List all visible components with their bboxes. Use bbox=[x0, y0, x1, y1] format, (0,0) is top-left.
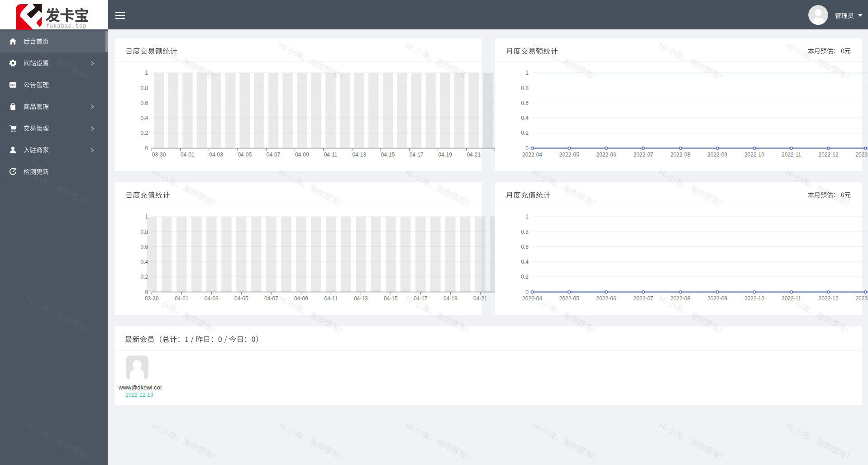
svg-text:2022-04: 2022-04 bbox=[522, 295, 542, 302]
svg-text:0.8: 0.8 bbox=[521, 85, 529, 91]
svg-text:0.2: 0.2 bbox=[521, 130, 529, 136]
svg-text:1: 1 bbox=[525, 214, 529, 220]
svg-text:04-19: 04-19 bbox=[444, 295, 458, 302]
svg-text:04-13: 04-13 bbox=[354, 295, 368, 302]
svg-text:0.4: 0.4 bbox=[141, 115, 148, 121]
svg-text:04-21: 04-21 bbox=[467, 152, 481, 158]
svg-text:04-09: 04-09 bbox=[294, 295, 308, 302]
svg-text:04-07: 04-07 bbox=[264, 295, 278, 302]
svg-text:2022-10: 2022-10 bbox=[744, 295, 764, 302]
svg-text:04-07: 04-07 bbox=[267, 152, 281, 158]
svg-text:0.6: 0.6 bbox=[141, 244, 148, 250]
svg-text:0.6: 0.6 bbox=[521, 244, 529, 250]
svg-text:2022-04: 2022-04 bbox=[522, 152, 542, 158]
svg-text:0.6: 0.6 bbox=[141, 100, 148, 106]
svg-text:2023-01: 2023-01 bbox=[855, 295, 868, 302]
svg-text:0.4: 0.4 bbox=[141, 259, 148, 265]
svg-text:04-15: 04-15 bbox=[384, 295, 398, 302]
svg-text:04-05: 04-05 bbox=[238, 152, 252, 158]
svg-text:0.2: 0.2 bbox=[141, 130, 148, 136]
svg-text:04-19: 04-19 bbox=[438, 152, 452, 158]
svg-text:03-30: 03-30 bbox=[145, 295, 159, 302]
svg-text:04-11: 04-11 bbox=[324, 152, 338, 158]
svg-text:04-17: 04-17 bbox=[414, 295, 428, 302]
svg-text:0: 0 bbox=[145, 145, 148, 152]
svg-text:2022-11: 2022-11 bbox=[782, 295, 801, 302]
svg-text:04-09: 04-09 bbox=[295, 152, 309, 158]
svg-text:0: 0 bbox=[525, 145, 529, 152]
svg-text:03-30: 03-30 bbox=[152, 152, 166, 158]
svg-text:0.8: 0.8 bbox=[141, 85, 148, 91]
svg-text:0.6: 0.6 bbox=[521, 100, 529, 106]
svg-text:0.4: 0.4 bbox=[521, 259, 529, 265]
svg-text:1: 1 bbox=[525, 70, 529, 76]
svg-text:2022-06: 2022-06 bbox=[596, 295, 616, 302]
svg-text:2022-08: 2022-08 bbox=[670, 152, 690, 158]
svg-text:0.2: 0.2 bbox=[521, 274, 529, 280]
svg-text:1: 1 bbox=[145, 214, 148, 220]
svg-text:2022-07: 2022-07 bbox=[633, 295, 653, 302]
svg-text:2022-05: 2022-05 bbox=[559, 295, 579, 302]
svg-text:2022-05: 2022-05 bbox=[559, 152, 579, 158]
svg-text:04-13: 04-13 bbox=[352, 152, 366, 158]
svg-text:04-01: 04-01 bbox=[175, 295, 189, 302]
svg-text:2022-10: 2022-10 bbox=[744, 152, 764, 158]
svg-text:0: 0 bbox=[145, 289, 148, 295]
svg-text:NEW: NEW bbox=[10, 84, 16, 86]
svg-text:04-11: 04-11 bbox=[324, 295, 338, 302]
svg-text:04-15: 04-15 bbox=[381, 152, 395, 158]
svg-text:04-21: 04-21 bbox=[473, 295, 487, 302]
svg-text:0.2: 0.2 bbox=[141, 274, 148, 280]
svg-text:2022-06: 2022-06 bbox=[596, 152, 616, 158]
svg-text:04-05: 04-05 bbox=[234, 295, 248, 302]
svg-text:0: 0 bbox=[525, 289, 529, 295]
svg-text:1: 1 bbox=[145, 70, 148, 76]
svg-text:2022-12: 2022-12 bbox=[819, 295, 839, 302]
svg-text:2023-01: 2023-01 bbox=[855, 152, 868, 158]
svg-text:2022-09: 2022-09 bbox=[707, 295, 727, 302]
svg-text:2022-09: 2022-09 bbox=[707, 152, 727, 158]
svg-text:04-03: 04-03 bbox=[205, 295, 219, 302]
svg-text:0.8: 0.8 bbox=[521, 229, 529, 235]
svg-text:0.4: 0.4 bbox=[521, 115, 529, 121]
svg-text:04-01: 04-01 bbox=[181, 152, 195, 158]
svg-text:2022-11: 2022-11 bbox=[782, 152, 801, 158]
svg-text:2022-12: 2022-12 bbox=[819, 152, 839, 158]
svg-text:2022-07: 2022-07 bbox=[633, 152, 653, 158]
svg-text:04-03: 04-03 bbox=[209, 152, 223, 158]
svg-text:2022-08: 2022-08 bbox=[670, 295, 690, 302]
svg-text:04-17: 04-17 bbox=[410, 152, 424, 158]
svg-text:0.8: 0.8 bbox=[141, 229, 148, 235]
